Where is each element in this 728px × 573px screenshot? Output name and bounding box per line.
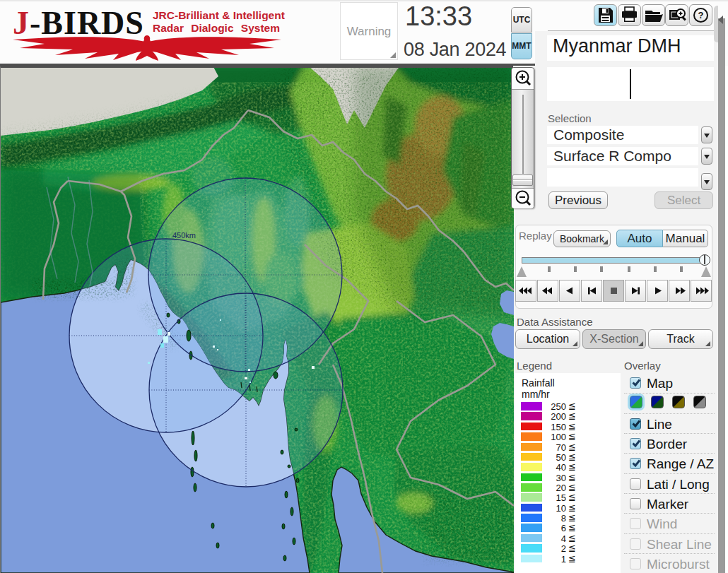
svg-text:450km: 450km: [172, 231, 196, 240]
svg-text:?: ?: [698, 10, 704, 20]
